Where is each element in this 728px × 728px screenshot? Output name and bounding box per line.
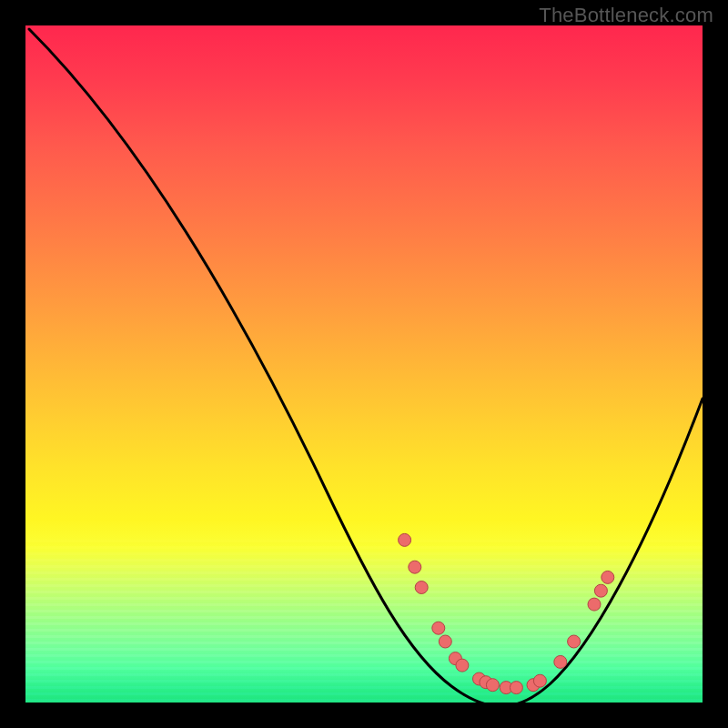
- chart-container: TheBottleneck.com: [0, 0, 728, 728]
- data-marker: [594, 584, 607, 597]
- data-marker: [409, 561, 421, 573]
- data-marker: [602, 571, 614, 583]
- data-marker: [510, 682, 522, 694]
- watermark-text: TheBottleneck.com: [539, 4, 713, 27]
- plot-area: [25, 25, 703, 703]
- data-marker: [486, 679, 499, 692]
- data-marker: [588, 598, 601, 611]
- data-marker: [568, 635, 581, 648]
- marker-group: [399, 533, 614, 693]
- data-marker: [456, 659, 469, 672]
- data-marker: [399, 533, 411, 546]
- data-marker: [533, 674, 546, 687]
- data-marker: [415, 581, 428, 594]
- curve-svg: [25, 25, 703, 703]
- data-marker: [554, 655, 567, 668]
- bottleneck-curve-path: [29, 29, 703, 703]
- data-marker: [439, 635, 451, 648]
- data-marker: [432, 622, 445, 634]
